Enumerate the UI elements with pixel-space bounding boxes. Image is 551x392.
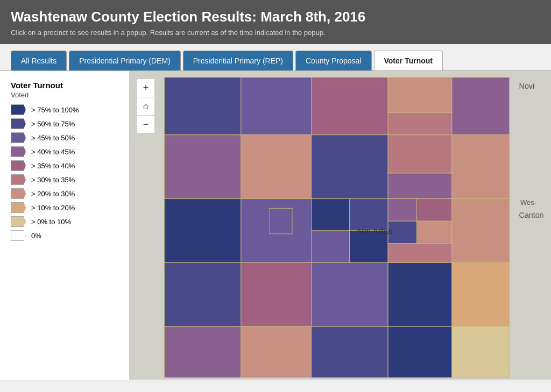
svg-rect-34 xyxy=(452,326,510,377)
svg-rect-24 xyxy=(452,199,510,263)
legend-label: > 40% to 45% xyxy=(31,148,75,156)
legend-label: > 0% to 10% xyxy=(31,218,71,226)
legend-swatch xyxy=(11,104,26,115)
svg-rect-31 xyxy=(241,326,312,377)
legend-swatch xyxy=(11,216,26,227)
legend-label: > 30% to 35% xyxy=(31,176,75,184)
legend-item: > 20% to 30% xyxy=(11,188,118,199)
svg-rect-27 xyxy=(312,262,388,326)
legend-swatch xyxy=(11,188,26,199)
ann-arbor-label: Ann Arbor xyxy=(356,226,393,236)
svg-rect-22 xyxy=(417,221,452,244)
legend-title: Voter Turnout xyxy=(11,81,118,90)
legend-label: > 75% to 100% xyxy=(31,106,79,114)
legend-items: > 75% to 100%> 50% to 75%> 45% to 50%> 4… xyxy=(11,104,118,241)
tab-presidential-dem[interactable]: Presidential Primary (DEM) xyxy=(69,51,181,70)
zoom-out-button[interactable]: − xyxy=(137,115,155,133)
legend-item: > 30% to 35% xyxy=(11,174,118,185)
page-title: Washtenaw County Election Results: March… xyxy=(11,9,540,25)
tab-all-results[interactable]: All Results xyxy=(11,51,67,70)
legend-item: > 0% to 10% xyxy=(11,216,118,227)
svg-rect-19 xyxy=(388,199,416,222)
legend-label: > 50% to 75% xyxy=(31,120,75,128)
tab-bar: All Results Presidential Primary (DEM) P… xyxy=(0,44,551,70)
svg-rect-26 xyxy=(241,262,312,326)
svg-rect-29 xyxy=(452,262,510,326)
legend-item: > 45% to 50% xyxy=(11,132,118,143)
legend-item: > 75% to 100% xyxy=(11,104,118,115)
legend-swatch xyxy=(11,146,26,157)
legend-label: > 35% to 40% xyxy=(31,162,75,170)
legend-item: > 35% to 40% xyxy=(11,160,118,171)
svg-rect-6 xyxy=(452,77,510,135)
svg-rect-23 xyxy=(388,244,452,263)
legend-label: > 45% to 50% xyxy=(31,134,75,142)
svg-rect-12 xyxy=(452,135,510,199)
svg-rect-35 xyxy=(270,208,292,234)
main-content: Voter Turnout Voted > 75% to 100%> 50% t… xyxy=(0,70,551,380)
legend-item: > 40% to 45% xyxy=(11,146,118,157)
svg-rect-1 xyxy=(164,77,241,135)
legend-swatch xyxy=(11,230,26,241)
svg-rect-4 xyxy=(388,77,452,112)
svg-rect-28 xyxy=(388,262,452,326)
zoom-in-button[interactable]: + xyxy=(137,79,155,97)
map-svg: Ann Arbor Novi Canton Wes- xyxy=(129,71,551,380)
svg-rect-32 xyxy=(312,326,388,377)
svg-rect-11 xyxy=(388,173,452,199)
svg-rect-2 xyxy=(241,77,312,135)
west-label: Wes- xyxy=(520,198,536,206)
svg-rect-8 xyxy=(241,135,312,199)
svg-rect-13 xyxy=(164,199,241,263)
svg-rect-15 xyxy=(312,199,350,231)
legend-label: > 10% to 20% xyxy=(31,204,75,212)
legend-panel: Voter Turnout Voted > 75% to 100%> 50% t… xyxy=(0,71,129,380)
legend-swatch xyxy=(11,174,26,185)
svg-rect-10 xyxy=(388,135,452,173)
svg-rect-5 xyxy=(388,112,452,135)
legend-swatch xyxy=(11,132,26,143)
svg-rect-20 xyxy=(417,199,452,222)
map-controls: + ⌂ − xyxy=(137,79,155,133)
canton-label: Canton xyxy=(519,211,544,219)
legend-swatch xyxy=(11,202,26,213)
legend-swatch xyxy=(11,160,26,171)
svg-rect-9 xyxy=(312,135,388,199)
map-area[interactable]: + ⌂ − xyxy=(129,71,551,380)
legend-label: > 20% to 30% xyxy=(31,190,75,198)
legend-subtitle: Voted xyxy=(11,91,118,99)
home-button[interactable]: ⌂ xyxy=(137,97,155,115)
svg-rect-7 xyxy=(164,135,241,199)
tab-voter-turnout[interactable]: Voter Turnout xyxy=(374,51,443,70)
legend-swatch xyxy=(11,118,26,129)
novi-label: Novi xyxy=(519,82,535,90)
svg-rect-25 xyxy=(164,262,241,326)
svg-rect-17 xyxy=(312,231,350,262)
page-header: Washtenaw County Election Results: March… xyxy=(0,0,551,44)
legend-item: > 50% to 75% xyxy=(11,118,118,129)
svg-rect-33 xyxy=(388,326,452,377)
legend-item: > 10% to 20% xyxy=(11,202,118,213)
svg-rect-3 xyxy=(312,77,388,135)
tab-county-proposal[interactable]: County Proposal xyxy=(295,51,372,70)
legend-item: 0% xyxy=(11,230,118,241)
legend-label: 0% xyxy=(31,232,41,240)
tab-presidential-rep[interactable]: Presidential Primary (REP) xyxy=(183,51,293,70)
page-subtitle: Click on a precinct to see results in a … xyxy=(11,28,540,37)
svg-rect-30 xyxy=(164,326,241,377)
